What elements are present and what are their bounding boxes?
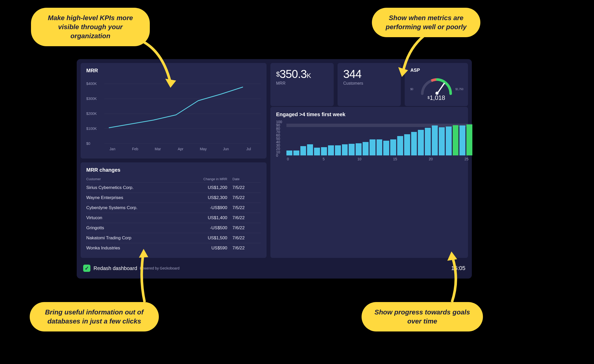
panel-title: MRR changes xyxy=(86,167,261,173)
bar xyxy=(453,125,459,155)
x-tick: Feb xyxy=(132,147,138,151)
bar xyxy=(432,125,438,155)
table-row: Wonka IndustriesUS$5907/6/22 xyxy=(86,243,261,253)
callout-performance: Show when metrics are performing well or… xyxy=(372,8,480,37)
bar xyxy=(390,139,396,155)
cell-date: 7/6/22 xyxy=(232,246,261,251)
table-row: VirtuconUS$1,4007/6/22 xyxy=(86,213,261,223)
bar xyxy=(466,124,472,155)
gauge-prefix: $ xyxy=(427,95,429,100)
y-tick: $0 xyxy=(86,141,90,146)
y-tick: $400K xyxy=(86,82,97,86)
table-row: Sirius Cybernetics Corp.US$1,2007/5/22 xyxy=(86,183,261,193)
kpi-label: MRR xyxy=(276,81,328,86)
x-tick: 5 xyxy=(323,157,325,161)
cell-customer: Gringotts xyxy=(86,225,191,231)
kpi-prefix: $ xyxy=(276,70,279,78)
table-row: Wayne EnterprisesUS$2,3007/5/22 xyxy=(86,193,261,203)
svg-marker-4 xyxy=(139,249,148,258)
bar xyxy=(425,128,431,155)
table-row: Cyberdyne Systems Corp.-US$9007/5/22 xyxy=(86,203,261,213)
bar xyxy=(446,126,452,155)
bar xyxy=(307,144,313,155)
x-tick: Jul xyxy=(246,147,251,151)
x-tick: 15 xyxy=(393,157,397,161)
cell-date: 7/6/22 xyxy=(232,225,261,231)
bar xyxy=(293,151,299,156)
cell-change: US$590 xyxy=(191,246,232,251)
bar xyxy=(356,143,362,155)
gauge-min-label: $0 xyxy=(410,88,413,91)
y-tick: 0 xyxy=(276,153,278,157)
col-header: Customer xyxy=(86,177,191,181)
callout-databases: Bring useful information out of database… xyxy=(30,302,159,331)
kpi-customers: 344 Customers xyxy=(338,63,401,106)
bar xyxy=(418,130,424,155)
x-tick: 25 xyxy=(465,157,469,161)
bars-container xyxy=(286,122,472,155)
cell-customer: Wayne Enterprises xyxy=(86,195,191,200)
bar xyxy=(349,144,355,156)
cell-date: 7/5/22 xyxy=(232,205,261,210)
bar xyxy=(363,142,369,155)
bar xyxy=(321,147,327,156)
engaged-bar-chart-panel: Engaged >4 times first week 100908070605… xyxy=(270,107,468,258)
bar xyxy=(377,139,382,155)
cell-change: -US$500 xyxy=(191,225,232,231)
x-tick: 0 xyxy=(287,157,289,161)
cell-change: US$1,500 xyxy=(191,235,232,241)
bar xyxy=(314,148,320,155)
bar xyxy=(300,146,306,155)
y-tick: $300K xyxy=(86,97,97,101)
kpi-value: 344 xyxy=(343,68,395,81)
x-tick: Jan xyxy=(110,147,115,151)
bar xyxy=(335,145,341,155)
cell-date: 7/6/22 xyxy=(232,215,261,220)
x-tick: Mar xyxy=(155,147,161,151)
cell-date: 7/5/22 xyxy=(232,195,261,200)
bar xyxy=(286,151,292,156)
panel-title: Engaged >4 times first week xyxy=(276,112,462,117)
kpi-suffix: K xyxy=(307,72,311,80)
bar xyxy=(342,144,348,155)
cell-change: -US$900 xyxy=(191,205,232,210)
x-tick: Apr xyxy=(178,147,183,151)
bar xyxy=(404,134,410,155)
gauge-value: 1,018 xyxy=(430,94,445,101)
arrow-icon xyxy=(129,248,160,305)
x-tick: 10 xyxy=(357,157,362,161)
col-header: Date xyxy=(232,177,261,181)
arrow-icon xyxy=(119,31,186,96)
arrow-icon xyxy=(434,250,470,305)
kpi-value: 350.3 xyxy=(279,68,307,80)
table-row: Nakatomi Trading CorpUS$1,5007/6/22 xyxy=(86,233,261,243)
engaged-chart-area: 10090807060504030201000510152025 xyxy=(276,122,474,155)
bar xyxy=(459,125,465,155)
kpi-mrr: $350.3K MRR xyxy=(270,63,334,106)
kpi-label: Customers xyxy=(343,81,395,86)
kpi-row-container: $350.3K MRR 344 Customers ASP xyxy=(270,63,468,258)
y-tick: $100K xyxy=(86,126,97,131)
svg-marker-2 xyxy=(165,79,176,88)
bar xyxy=(383,141,389,155)
bar xyxy=(370,139,376,155)
cell-date: 7/6/22 xyxy=(232,235,261,241)
bar xyxy=(328,145,334,155)
cell-date: 7/5/22 xyxy=(232,185,261,190)
cell-change: US$1,200 xyxy=(191,185,232,190)
table-row: Gringotts-US$5007/6/22 xyxy=(86,223,261,233)
gauge-max-label: $1,750 xyxy=(455,88,463,91)
x-tick: 20 xyxy=(429,157,433,161)
cell-customer: Sirius Cybernetics Corp. xyxy=(86,185,191,190)
cell-change: US$2,300 xyxy=(191,195,232,200)
redash-logo-icon: ✓ xyxy=(83,265,90,272)
table-header: Customer Change in MRR Date xyxy=(86,176,261,183)
svg-marker-5 xyxy=(447,251,457,261)
arrow-icon xyxy=(393,34,439,80)
mrr-changes-table-panel: MRR changes Customer Change in MRR Date … xyxy=(81,162,267,258)
bar xyxy=(439,127,445,155)
x-tick: May xyxy=(200,147,207,151)
bar xyxy=(397,136,403,155)
cell-customer: Virtucon xyxy=(86,215,191,220)
y-tick: $200K xyxy=(86,112,97,116)
